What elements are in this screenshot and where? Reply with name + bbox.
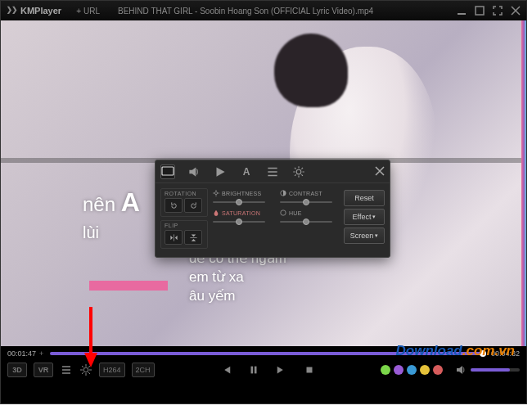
svg-rect-8 bbox=[250, 367, 253, 374]
tab-subtitle[interactable]: A bbox=[239, 164, 254, 179]
panel-body: ROTATION FLIP bbox=[156, 183, 390, 257]
rotate-cw-button[interactable] bbox=[184, 198, 202, 213]
lyric-text: em từ xa bbox=[189, 268, 286, 287]
time-plus-icon[interactable]: + bbox=[39, 349, 43, 358]
codec-badge[interactable]: H264 bbox=[99, 363, 125, 377]
flip-label: FLIP bbox=[165, 223, 204, 228]
lyric-text: nên bbox=[83, 193, 121, 215]
flip-group: FLIP bbox=[160, 220, 208, 249]
logo-text: KMPlayer bbox=[20, 6, 61, 16]
vr-button[interactable]: VR bbox=[34, 363, 53, 377]
rotation-label: ROTATION bbox=[165, 191, 204, 196]
tab-settings[interactable] bbox=[291, 164, 306, 179]
minimize-button[interactable] bbox=[456, 5, 467, 16]
contrast-slider[interactable] bbox=[280, 198, 332, 206]
prev-button[interactable] bbox=[219, 363, 232, 376]
titlebar: KMPlayer + URL BEHIND THAT GIRL - Soobin… bbox=[1, 1, 526, 20]
brightness-slider[interactable] bbox=[213, 198, 265, 206]
maximize-button[interactable] bbox=[474, 5, 485, 16]
transport-controls bbox=[161, 363, 374, 376]
panel-close-button[interactable] bbox=[375, 166, 385, 178]
volume-control bbox=[454, 363, 520, 376]
saturation-icon bbox=[213, 210, 219, 216]
pause-button[interactable] bbox=[247, 363, 260, 376]
hue-icon bbox=[280, 210, 286, 216]
panel-left-col: ROTATION FLIP bbox=[160, 188, 208, 252]
svg-rect-0 bbox=[458, 13, 466, 15]
hue-slider[interactable] bbox=[280, 218, 332, 226]
chevron-down-icon: ▾ bbox=[372, 214, 376, 220]
watermark: Download.com.vn bbox=[396, 343, 515, 359]
dot-blue[interactable] bbox=[407, 365, 417, 375]
brightness-label: BRIGHTNESS bbox=[213, 190, 272, 196]
channels-badge[interactable]: 2CH bbox=[132, 363, 155, 377]
time-current: 00:01:47 bbox=[7, 349, 36, 358]
window-controls bbox=[456, 5, 521, 16]
window-title: BEHIND THAT GIRL - Soobin Hoang Son (OFF… bbox=[118, 7, 456, 16]
svg-rect-2 bbox=[162, 167, 174, 175]
watermark-text: .com.vn bbox=[462, 343, 515, 358]
url-label: URL bbox=[83, 7, 100, 16]
brightness-icon bbox=[213, 190, 219, 196]
screen-button[interactable]: Screen▾ bbox=[344, 228, 385, 244]
lyrics-center: để có thể ngắm em từ xa âu yếm bbox=[189, 250, 286, 306]
chevron-down-icon: ▾ bbox=[375, 232, 378, 239]
saturation-label: SATURATION bbox=[213, 210, 272, 216]
svg-point-4 bbox=[214, 191, 217, 194]
logo-icon bbox=[6, 5, 17, 16]
panel-tabs: A bbox=[156, 160, 390, 183]
settings-icon[interactable] bbox=[79, 363, 92, 376]
3d-button[interactable]: 3D bbox=[7, 363, 27, 377]
dot-purple[interactable] bbox=[394, 365, 404, 375]
reset-button[interactable]: Reset bbox=[344, 190, 385, 206]
stop-button[interactable] bbox=[303, 363, 316, 376]
fullscreen-button[interactable] bbox=[492, 5, 503, 16]
svg-rect-9 bbox=[255, 367, 257, 374]
close-button[interactable] bbox=[510, 5, 521, 16]
dot-yellow[interactable] bbox=[420, 365, 430, 375]
panel-buttons: Reset Effect▾ Screen▾ bbox=[344, 188, 385, 252]
playlist-icon[interactable] bbox=[60, 363, 73, 376]
volume-slider[interactable] bbox=[471, 368, 520, 372]
app-logo: KMPlayer bbox=[6, 5, 61, 16]
saturation-row: SATURATION bbox=[213, 210, 272, 226]
svg-rect-1 bbox=[476, 7, 484, 15]
saturation-slider[interactable] bbox=[213, 218, 265, 226]
lyrics-left: nên A lùi bbox=[83, 184, 140, 244]
next-button[interactable] bbox=[275, 363, 288, 376]
rotation-group: ROTATION bbox=[160, 188, 208, 217]
tab-screen[interactable] bbox=[160, 164, 175, 179]
lyric-text: lùi bbox=[83, 221, 140, 244]
svg-point-6 bbox=[281, 210, 286, 215]
svg-point-3 bbox=[296, 169, 301, 174]
url-button[interactable]: + URL bbox=[76, 7, 100, 16]
controls-row: 3D VR H264 2CH bbox=[1, 358, 526, 382]
plus-icon: + bbox=[76, 7, 81, 16]
rotate-ccw-button[interactable] bbox=[165, 198, 183, 213]
flip-horizontal-button[interactable] bbox=[165, 230, 183, 245]
control-panel: A ROTATION FLIP bbox=[155, 160, 390, 258]
hue-label: HUE bbox=[280, 210, 339, 216]
flip-vertical-button[interactable] bbox=[184, 230, 202, 245]
color-dots bbox=[381, 365, 443, 375]
tab-play[interactable] bbox=[213, 164, 228, 179]
tab-playlist[interactable] bbox=[265, 164, 280, 179]
brightness-row: BRIGHTNESS bbox=[213, 190, 272, 206]
dot-green[interactable] bbox=[381, 365, 390, 375]
lyric-text-big: A bbox=[121, 187, 140, 217]
video-subject bbox=[274, 34, 348, 107]
contrast-icon bbox=[280, 190, 286, 196]
lyric-highlight bbox=[89, 281, 168, 291]
contrast-label: CONTRAST bbox=[280, 190, 339, 196]
video-area[interactable]: nên A lùi để có thể ngắm em từ xa âu yếm… bbox=[1, 20, 526, 348]
lyric-text: âu yếm bbox=[189, 287, 286, 306]
dot-red[interactable] bbox=[433, 365, 443, 375]
tab-audio[interactable] bbox=[187, 164, 201, 179]
svg-point-7 bbox=[83, 367, 88, 372]
kmplayer-window: KMPlayer + URL BEHIND THAT GIRL - Soobin… bbox=[0, 0, 527, 404]
panel-sliders: BRIGHTNESS CONTRAST SATURATION HUE bbox=[213, 188, 339, 252]
volume-icon[interactable] bbox=[454, 363, 467, 376]
contrast-row: CONTRAST bbox=[280, 190, 339, 206]
effect-button[interactable]: Effect▾ bbox=[344, 209, 385, 225]
hue-row: HUE bbox=[280, 210, 339, 226]
